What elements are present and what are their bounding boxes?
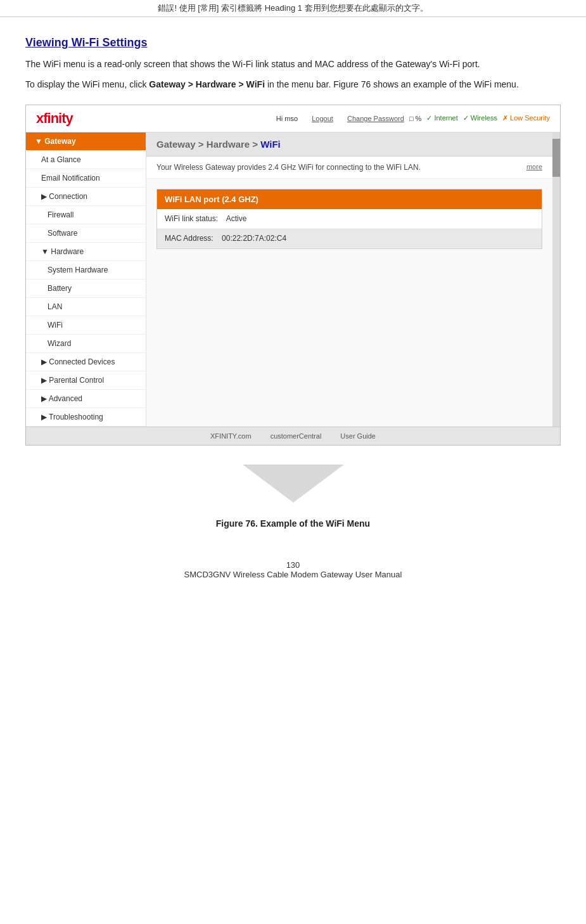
panel-desc: Your Wireless Gateway provides 2.4 GHz W… bbox=[146, 157, 552, 179]
section-title: Viewing Wi-Fi Settings bbox=[25, 36, 561, 49]
panel-header: Gateway > Hardware > WiFi bbox=[146, 132, 552, 157]
wifi-mac-row: MAC Address: 00:22:2D:7A:02:C4 bbox=[157, 229, 542, 248]
screenshot-container: xfinity Hi mso Logout Change Password □ … bbox=[25, 105, 561, 446]
sidebar-item-advanced[interactable]: ▶ Advanced bbox=[26, 390, 146, 408]
sidebar-item-hardware[interactable]: ▼ Hardware bbox=[26, 243, 146, 261]
sidebar-item-connection[interactable]: ▶ Connection bbox=[26, 188, 146, 206]
wifi-link-status-row: WiFi link status: Active bbox=[157, 209, 542, 229]
change-password-link[interactable]: Change Password bbox=[347, 115, 404, 122]
footer-link-user-guide[interactable]: User Guide bbox=[340, 432, 376, 440]
xfinity-footer: XFINITY.com customerCentral User Guide bbox=[26, 427, 560, 445]
para2-prefix: To display the WiFi menu, click bbox=[25, 79, 149, 89]
panel-header-wifi: WiFi bbox=[260, 139, 281, 150]
status-low-security: ✗ Low Security bbox=[502, 114, 550, 122]
status-items: □ % ✓ Internet ✓ Wireless ✗ Low Security bbox=[409, 114, 550, 122]
greeting-text: Hi mso bbox=[276, 115, 298, 122]
sidebar-item-parental-control[interactable]: ▶ Parental Control bbox=[26, 371, 146, 390]
sidebar-item-gateway[interactable]: ▼ Gateway bbox=[26, 132, 146, 151]
xfinity-logo: xfinity bbox=[36, 110, 73, 127]
xfinity-ui: xfinity Hi mso Logout Change Password □ … bbox=[26, 105, 560, 445]
scrollbar-thumb[interactable] bbox=[552, 139, 560, 177]
sidebar-item-connected-devices[interactable]: ▶ Connected Devices bbox=[26, 353, 146, 371]
wifi-link-status-label: WiFi link status: bbox=[165, 214, 218, 223]
body-paragraph-1: The WiFi menu is a read-only screen that… bbox=[25, 57, 561, 71]
scrollbar[interactable] bbox=[552, 132, 560, 427]
wifi-mac-value: 00:22:2D:7A:02:C4 bbox=[222, 234, 286, 243]
sidebar-item-wifi[interactable]: WiFi bbox=[26, 316, 146, 335]
sidebar-item-software[interactable]: Software bbox=[26, 224, 146, 243]
more-link[interactable]: more bbox=[526, 163, 542, 170]
panel-desc-text: Your Wireless Gateway provides 2.4 GHz W… bbox=[156, 163, 421, 172]
topnav-right: Hi mso Logout Change Password □ % ✓ Inte… bbox=[276, 114, 550, 122]
page-footer: 130 SMCD3GNV Wireless Cable Modem Gatewa… bbox=[25, 541, 561, 586]
main-panel: Gateway > Hardware > WiFi Your Wireless … bbox=[146, 132, 552, 427]
footer-link-customer-central[interactable]: customerCentral bbox=[271, 432, 322, 440]
wifi-link-status-value: Active bbox=[226, 214, 247, 223]
footer-link-xfinity[interactable]: XFINITY.com bbox=[210, 432, 252, 440]
wifi-port-box: WiFi LAN port (2.4 GHZ) WiFi link status… bbox=[156, 189, 542, 249]
wifi-mac-label: MAC Address: bbox=[165, 234, 213, 243]
figure-caption: Figure 76. Example of the WiFi Menu bbox=[25, 518, 561, 529]
panel-header-gateway: Gateway > Hardware > bbox=[156, 139, 260, 150]
document-title: SMCD3GNV Wireless Cable Modem Gateway Us… bbox=[25, 570, 561, 579]
sidebar-item-lan[interactable]: LAN bbox=[26, 298, 146, 316]
chevron-down-icon bbox=[243, 465, 344, 503]
xfinity-topnav: xfinity Hi mso Logout Change Password □ … bbox=[26, 105, 560, 132]
body-paragraph-2: To display the WiFi menu, click Gateway … bbox=[25, 77, 561, 91]
sidebar-item-at-a-glance[interactable]: At a Glance bbox=[26, 151, 146, 169]
logout-link[interactable]: Logout bbox=[312, 115, 333, 122]
sidebar-item-firewall[interactable]: Firewall bbox=[26, 206, 146, 224]
para2-suffix: in the menu bar. Figure 76 shows an exam… bbox=[265, 79, 519, 89]
sidebar-item-system-hardware[interactable]: System Hardware bbox=[26, 261, 146, 279]
status-percent: □ % bbox=[409, 115, 421, 122]
wifi-port-header: WiFi LAN port (2.4 GHZ) bbox=[157, 189, 542, 209]
status-wireless: ✓ Wireless bbox=[463, 114, 497, 122]
sidebar-item-troubleshooting[interactable]: ▶ Troubleshooting bbox=[26, 408, 146, 427]
ui-body-wrapper: ▼ Gateway At a Glance Email Notification… bbox=[26, 132, 560, 427]
status-internet: ✓ Internet bbox=[426, 114, 457, 122]
sidebar-item-wizard[interactable]: Wizard bbox=[26, 335, 146, 353]
sidebar: ▼ Gateway At a Glance Email Notification… bbox=[26, 132, 146, 427]
chevron-area bbox=[25, 458, 561, 512]
sidebar-item-email-notification[interactable]: Email Notification bbox=[26, 169, 146, 188]
error-bar: 錯誤! 使用 [常用] 索引標籤將 Heading 1 套用到您想要在此處顯示的… bbox=[0, 0, 586, 17]
main-content: Viewing Wi-Fi Settings The WiFi menu is … bbox=[0, 17, 586, 598]
sidebar-item-battery[interactable]: Battery bbox=[26, 279, 146, 298]
para2-bold: Gateway > Hardware > WiFi bbox=[149, 79, 265, 89]
page-number: 130 bbox=[25, 560, 561, 570]
